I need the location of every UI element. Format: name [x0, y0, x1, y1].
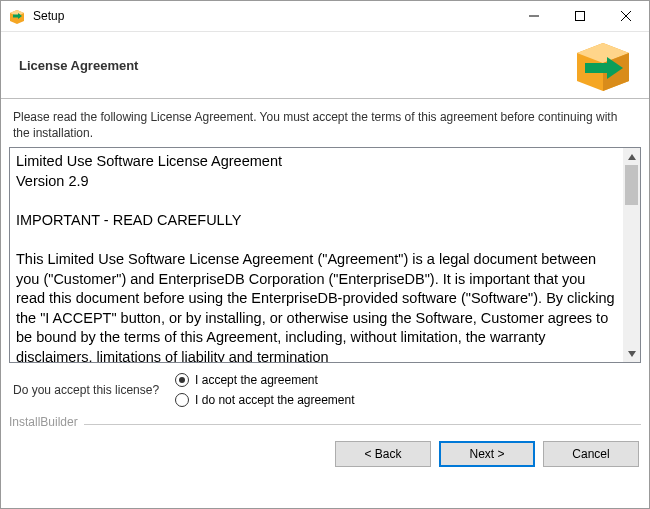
titlebar: Setup — [1, 1, 649, 32]
radio-icon — [175, 393, 189, 407]
scrollbar-thumb[interactable] — [625, 165, 638, 205]
cancel-button[interactable]: Cancel — [543, 441, 639, 467]
radio-accept-label: I accept the agreement — [195, 373, 318, 387]
accept-question: Do you accept this license? — [13, 373, 159, 397]
back-button[interactable]: < Back — [335, 441, 431, 467]
license-agreement-box: Limited Use Software License Agreement V… — [9, 147, 641, 363]
minimize-button[interactable] — [511, 1, 557, 31]
page-heading: License Agreement — [19, 58, 138, 73]
separator-line — [9, 424, 641, 425]
svg-rect-4 — [585, 63, 609, 73]
wizard-footer: < Back Next > Cancel — [1, 431, 649, 467]
close-button[interactable] — [603, 1, 649, 31]
license-scrollbar[interactable] — [623, 148, 640, 362]
window-title: Setup — [33, 9, 511, 23]
scroll-up-button[interactable] — [623, 148, 640, 165]
license-text[interactable]: Limited Use Software License Agreement V… — [10, 148, 623, 362]
accept-radio-group: I accept the agreement I do not accept t… — [175, 373, 354, 407]
next-button[interactable]: Next > — [439, 441, 535, 467]
scroll-down-button[interactable] — [623, 345, 640, 362]
radio-accept[interactable]: I accept the agreement — [175, 373, 354, 387]
svg-rect-1 — [576, 12, 585, 21]
maximize-button[interactable] — [557, 1, 603, 31]
wizard-header: License Agreement — [1, 32, 649, 99]
product-logo-icon — [571, 37, 635, 93]
radio-decline-label: I do not accept the agreement — [195, 393, 354, 407]
app-icon — [9, 8, 25, 24]
accept-row: Do you accept this license? I accept the… — [9, 363, 641, 411]
branding-separator: InstallBuilder — [9, 417, 641, 431]
installbuilder-label: InstallBuilder — [9, 415, 84, 429]
scrollbar-track[interactable] — [623, 165, 640, 345]
radio-icon — [175, 373, 189, 387]
wizard-content: Please read the following License Agreem… — [1, 99, 649, 411]
radio-decline[interactable]: I do not accept the agreement — [175, 393, 354, 407]
instruction-text: Please read the following License Agreem… — [9, 109, 641, 147]
